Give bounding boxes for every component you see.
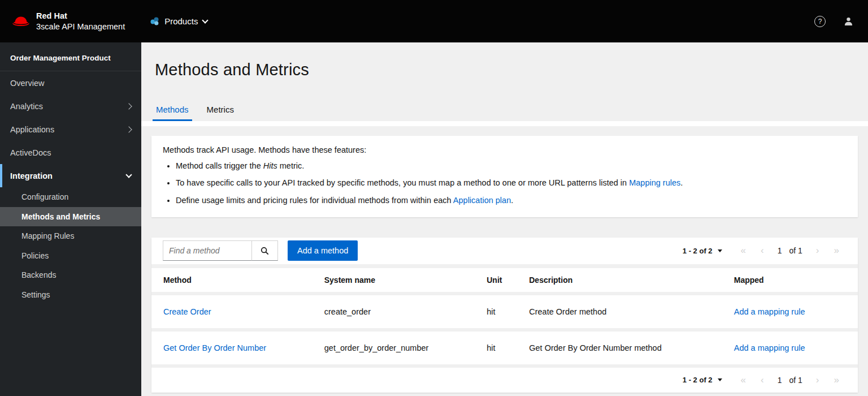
masthead: Red Hat 3scale API Management Products ? — [0, 0, 868, 42]
bullet-text: To have specific calls to your API track… — [176, 178, 629, 187]
sidebar-item-label: Mapping Rules — [21, 231, 74, 240]
help-button[interactable]: ? — [814, 16, 826, 27]
sidebar-item-applications[interactable]: Applications — [0, 118, 141, 141]
brand-text: Red Hat 3scale API Management — [36, 11, 125, 32]
tabs: Methods Metrics — [153, 101, 857, 121]
pagination-nav: « ‹ 1 of 1 › » — [734, 375, 847, 386]
methods-table-card: Add a method 1 - 2 of 2 « ‹ 1 of 1 › » — [151, 238, 858, 393]
caret-down-icon — [718, 378, 722, 381]
bullet-text: Define usage limits and pricing rules fo… — [176, 196, 453, 205]
first-page-button[interactable]: « — [734, 375, 753, 386]
sidebar-item-label: Applications — [10, 125, 54, 134]
methods-toolbar: Add a method 1 - 2 of 2 « ‹ 1 of 1 › » — [151, 238, 858, 264]
caret-down-icon — [718, 249, 722, 252]
current-page-input[interactable]: 1 — [771, 246, 788, 255]
last-page-button[interactable]: » — [827, 375, 847, 386]
pagination-range: 1 - 2 of 2 — [683, 247, 713, 255]
previous-page-button[interactable]: ‹ — [753, 245, 771, 256]
bullet-text: metric. — [277, 161, 305, 170]
pagination-menu-toggle[interactable]: 1 - 2 of 2 — [683, 247, 722, 255]
bullet-text: Method calls trigger the — [176, 161, 263, 170]
add-method-button[interactable]: Add a method — [288, 240, 358, 261]
main-content: Methods and Metrics Methods Metrics Meth… — [141, 42, 868, 396]
chevron-down-icon — [125, 171, 132, 178]
method-link[interactable]: Create Order — [163, 307, 211, 316]
pagination-menu-toggle[interactable]: 1 - 2 of 2 — [683, 376, 722, 384]
unit-cell: hit — [480, 330, 522, 364]
search-button[interactable] — [252, 240, 278, 261]
search-input[interactable] — [163, 240, 252, 261]
add-mapping-rule-link[interactable]: Add a mapping rule — [734, 307, 805, 316]
chevron-right-icon — [125, 126, 132, 132]
info-list: Method calls trigger the Hits metric. To… — [163, 160, 847, 206]
first-page-button[interactable]: « — [734, 245, 753, 256]
info-intro: Methods track API usage. Methods have th… — [163, 145, 847, 154]
page-count-label: of 1 — [788, 246, 809, 255]
next-page-button[interactable]: › — [809, 375, 827, 386]
sidebar-item-label: Backends — [21, 270, 56, 279]
tab-methods[interactable]: Methods — [153, 101, 192, 121]
redhat-logo-icon — [11, 15, 31, 28]
sidebar-item-settings[interactable]: Settings — [0, 285, 141, 305]
brand-name: Red Hat — [36, 11, 125, 21]
hits-emphasis: Hits — [263, 161, 277, 170]
tab-metrics[interactable]: Metrics — [203, 101, 237, 121]
sidebar-item-label: Overview — [10, 79, 44, 88]
current-page-input[interactable]: 1 — [771, 376, 788, 385]
previous-page-button[interactable]: ‹ — [753, 375, 771, 386]
sidebar-item-mapping-rules[interactable]: Mapping Rules — [0, 226, 141, 246]
page-count-label: of 1 — [788, 376, 809, 385]
sidebar-item-integration[interactable]: Integration — [0, 164, 141, 187]
column-header-description: Description — [522, 266, 727, 294]
help-label: ? — [818, 18, 822, 25]
brand-home-link[interactable]: Red Hat 3scale API Management — [11, 11, 125, 32]
method-link[interactable]: Get Order By Order Number — [163, 343, 266, 352]
table-row: Get Order By Order Number get_order_by_o… — [151, 330, 858, 364]
tab-content-edge — [141, 121, 868, 126]
bullet-text: . — [680, 178, 683, 187]
application-plan-link[interactable]: Application plan — [453, 196, 511, 205]
unit-cell: hit — [480, 294, 522, 330]
sidebar: Order Management Product Overview Analyt… — [0, 42, 141, 396]
info-bullet-plans: Define usage limits and pricing rules fo… — [176, 195, 847, 206]
masthead-utilities: ? — [814, 16, 853, 27]
sidebar-item-policies[interactable]: Policies — [0, 246, 141, 266]
sidebar-item-label: Methods and Metrics — [21, 212, 100, 221]
column-header-method: Method — [151, 266, 318, 294]
sidebar-item-label: Settings — [21, 290, 50, 299]
products-icon — [150, 16, 159, 26]
page-title: Methods and Metrics — [155, 61, 854, 79]
bullet-text: . — [511, 196, 513, 205]
methods-table: Method System name Unit Description Mapp… — [151, 264, 858, 364]
chevron-down-icon — [202, 17, 209, 23]
sidebar-item-label: Integration — [10, 171, 53, 180]
sidebar-item-methods-and-metrics[interactable]: Methods and Metrics — [0, 207, 141, 227]
sidebar-item-label: Policies — [21, 251, 49, 260]
system-name-cell: get_order_by_order_number — [318, 330, 480, 364]
pagination-top: 1 - 2 of 2 « ‹ 1 of 1 › » — [683, 245, 847, 256]
products-menu-toggle[interactable]: Products — [150, 16, 207, 26]
table-row: Create Order create_order hit Create Ord… — [151, 294, 858, 330]
search-icon — [261, 247, 269, 255]
table-footer: 1 - 2 of 2 « ‹ 1 of 1 › » — [151, 364, 858, 393]
pagination-nav: « ‹ 1 of 1 › » — [734, 245, 847, 256]
sidebar-item-label: Analytics — [10, 102, 43, 111]
sidebar-item-configuration[interactable]: Configuration — [0, 187, 141, 207]
sidebar-item-backends[interactable]: Backends — [0, 265, 141, 285]
sidebar-item-label: ActiveDocs — [10, 148, 51, 157]
sidebar-item-label: Configuration — [21, 192, 68, 201]
description-cell: Get Order By Order Number method — [522, 330, 727, 364]
sidebar-item-overview[interactable]: Overview — [0, 71, 141, 94]
search-group — [163, 240, 278, 261]
next-page-button[interactable]: › — [809, 245, 827, 256]
sidebar-item-analytics[interactable]: Analytics — [0, 94, 141, 118]
chevron-right-icon — [125, 103, 132, 109]
pagination-range: 1 - 2 of 2 — [683, 376, 713, 384]
user-icon[interactable] — [844, 16, 853, 26]
brand-product-name: 3scale API Management — [36, 21, 125, 32]
add-mapping-rule-link[interactable]: Add a mapping rule — [734, 343, 805, 352]
info-bullet-mapping: To have specific calls to your API track… — [176, 177, 847, 188]
last-page-button[interactable]: » — [827, 245, 847, 256]
mapping-rules-link[interactable]: Mapping rules — [629, 178, 680, 187]
sidebar-item-activedocs[interactable]: ActiveDocs — [0, 141, 141, 164]
